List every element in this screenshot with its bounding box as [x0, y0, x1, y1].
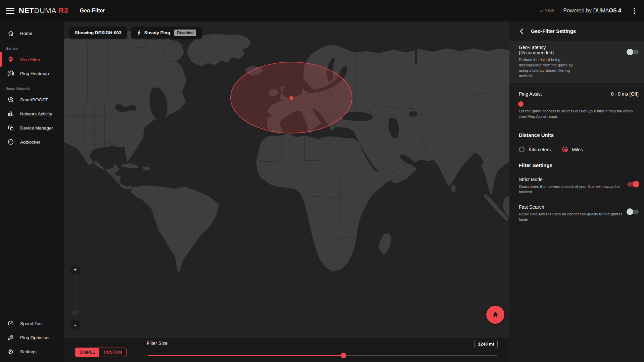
sidebar-section-home-network: Home Network: [0, 82, 64, 91]
radio-circle: [519, 147, 525, 152]
mode-simple-button[interactable]: SIMPLE: [75, 348, 99, 357]
world-map: [64, 21, 510, 338]
strict-mode-description: Guarantees that servers outside of your …: [519, 184, 623, 195]
filter-size-slider[interactable]: [148, 353, 497, 358]
app-header: NETDUMAR3 Geo-Filter v4.0.540 Powered by…: [0, 0, 644, 21]
mode-segmented-control: SIMPLE CUSTOM: [75, 348, 127, 357]
strict-mode-title: Strict Mode: [519, 177, 623, 182]
sidebar-item-device-manager[interactable]: Device Manager: [0, 122, 64, 134]
home-icon: [7, 30, 14, 37]
smartboost-icon: [7, 96, 14, 103]
ping-assist-description: Let the game connect to servers outside …: [519, 109, 639, 119]
distance-units-section: Distance Units Kilometers Miles: [509, 127, 644, 158]
zoom-slider-track[interactable]: [75, 274, 76, 320]
ping-assist-label: Ping Assist: [519, 91, 542, 97]
sidebar-item-label: Ping Optimiser: [20, 335, 50, 340]
ping-heatmap-icon: [7, 70, 14, 77]
brand-net: NET: [19, 6, 34, 15]
sidebar-item-label: Geo-Filter: [20, 57, 40, 62]
zoom-in-button[interactable]: +: [70, 265, 81, 274]
sidebar-item-ping-heatmap[interactable]: Ping Heatmap: [0, 68, 64, 79]
ping-assist-value: 0 - 0 ms (Off): [611, 91, 639, 97]
brand-model: R3: [58, 6, 68, 15]
filter-settings-section: Filter Settings Strict Mode Guarantees t…: [509, 158, 644, 224]
showing-profile-label: Showing DESIGN-003: [75, 30, 121, 35]
sidebar: Home Gaming Geo-Filter Ping Heatmap Home…: [0, 21, 64, 362]
back-chevron-icon[interactable]: [519, 28, 524, 34]
sidebar-item-geo-filter[interactable]: Geo-Filter: [0, 54, 64, 65]
filter-size-fill: [148, 355, 343, 356]
zoom-slider-handle[interactable]: [72, 311, 79, 315]
filter-size-bar: SIMPLE CUSTOM Filter Size 1243 mi: [64, 338, 510, 362]
radio-label: Miles: [572, 147, 583, 152]
sidebar-item-adblocker[interactable]: Adblocker: [0, 136, 64, 148]
sidebar-item-label: Settings: [20, 349, 37, 354]
sidebar-item-network-activity[interactable]: Network Activity: [0, 108, 64, 119]
sidebar-item-ping-optimiser[interactable]: Ping Optimiser: [0, 332, 64, 343]
filter-size-label: Filter Size: [147, 341, 167, 346]
mode-custom-button[interactable]: CUSTOM: [99, 348, 126, 357]
ping-assist-slider[interactable]: [519, 101, 639, 107]
sidebar-item-speed-test[interactable]: Speed Test: [0, 318, 64, 329]
brand-duma: DUMA: [34, 6, 57, 15]
sidebar-item-label: Adblocker: [20, 140, 40, 145]
device-manager-icon: [7, 124, 14, 132]
filter-settings-title: Filter Settings: [519, 162, 639, 168]
lightning-bolt-icon: [137, 30, 141, 36]
geo-latency-description: Reduce the risk of being disconnected fr…: [519, 57, 573, 79]
radio-kilometers[interactable]: Kilometers: [519, 147, 551, 152]
geo-filter-map[interactable]: Showing DESIGN-003 Steady Ping Disabled …: [64, 21, 510, 338]
steady-ping-button[interactable]: Steady Ping Disabled: [131, 27, 202, 39]
steady-ping-status-badge: Disabled: [174, 30, 196, 36]
strict-mode-toggle[interactable]: [627, 182, 639, 187]
geo-latency-title: Geo-Latency (Recommended): [519, 45, 573, 55]
zoom-out-button[interactable]: -: [70, 320, 81, 330]
distance-units-title: Distance Units: [519, 132, 639, 138]
geo-filter-pin-icon: [7, 56, 14, 63]
filter-size-thumb[interactable]: [341, 353, 346, 358]
sidebar-item-label: Speed Test: [20, 321, 43, 326]
bar-chart-icon: [7, 110, 14, 117]
sidebar-item-settings[interactable]: ⚙ Settings: [0, 346, 64, 357]
sidebar-item-home[interactable]: Home: [0, 28, 64, 39]
sidebar-item-smartboost[interactable]: SmartBOOST: [0, 94, 64, 105]
radio-label: Kilometers: [529, 147, 551, 152]
home-location-dot: [290, 96, 293, 100]
radio-miles[interactable]: Miles: [562, 147, 583, 152]
geo-latency-toggle[interactable]: [627, 50, 639, 54]
filter-size-value: 1243 mi: [474, 340, 498, 348]
radio-circle: [562, 147, 568, 152]
fast-search-title: Fast Search: [519, 204, 623, 210]
ping-assist-thumb[interactable]: [518, 101, 524, 107]
geo-filter-settings-panel: Geo-Filter Settings Geo-Latency (Recomme…: [509, 21, 644, 362]
sidebar-item-label: Device Manager: [20, 125, 53, 131]
powered-by: Powered by DUMAOS 4: [563, 8, 621, 14]
firmware-version: v4.0.540: [540, 9, 554, 13]
sidebar-item-label: SmartBOOST: [20, 97, 48, 102]
ping-assist-section: Ping Assist 0 - 0 ms (Off) Let the game …: [509, 83, 644, 121]
fast-search-toggle[interactable]: [627, 210, 639, 214]
rocket-icon: [7, 334, 14, 341]
speed-test-icon: [7, 320, 14, 327]
kebab-menu-icon[interactable]: [630, 6, 639, 15]
gear-icon: ⚙: [7, 348, 14, 355]
map-zoom-control: + -: [70, 265, 81, 330]
ping-assist-track: [519, 104, 639, 104]
home-location-button[interactable]: [486, 306, 504, 324]
fast-search-description: Relax Ping Assist's rules on connection …: [519, 212, 623, 222]
steady-ping-label: Steady Ping: [144, 30, 170, 35]
sidebar-item-label: Home: [20, 31, 32, 36]
showing-profile-button[interactable]: Showing DESIGN-003: [69, 27, 127, 39]
page-title: Geo-Filter: [80, 8, 105, 14]
sidebar-item-label: Network Activity: [20, 111, 52, 116]
sidebar-section-gaming: Gaming: [0, 42, 64, 51]
geo-latency-section: Geo-Latency (Recommended) Reduce the ris…: [509, 41, 644, 83]
adblocker-icon: [7, 138, 14, 146]
sidebar-item-label: Ping Heatmap: [20, 71, 49, 76]
home-icon: [492, 311, 499, 318]
panel-title: Geo-Filter Settings: [531, 28, 576, 34]
menu-icon[interactable]: [6, 8, 14, 14]
brand-logo: NETDUMAR3: [19, 6, 68, 15]
